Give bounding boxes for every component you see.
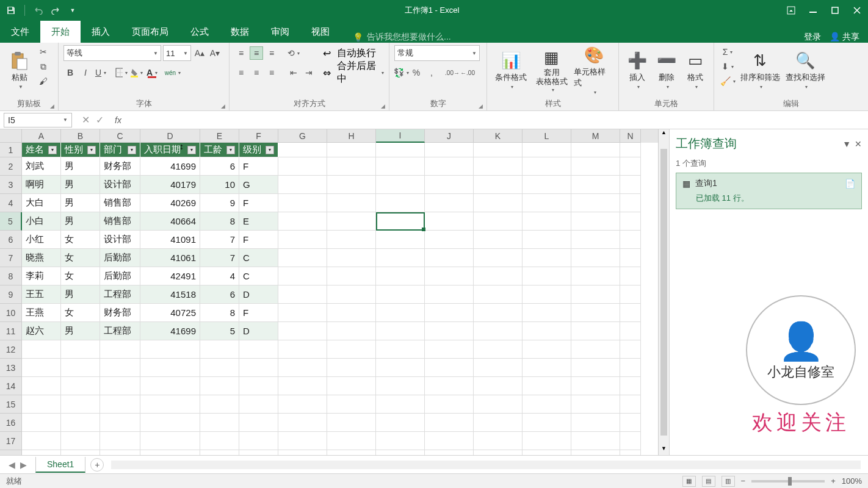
cell[interactable]	[376, 194, 425, 212]
cell[interactable]	[523, 414, 571, 432]
cell[interactable]	[474, 249, 523, 267]
panel-menu-icon[interactable]: ▼	[842, 139, 851, 149]
cell[interactable]: 40269	[140, 194, 200, 212]
column-header[interactable]: K	[474, 129, 523, 143]
cell[interactable]	[239, 450, 278, 455]
cell[interactable]: 41091	[140, 231, 200, 249]
cell[interactable]: G	[239, 176, 278, 194]
cell[interactable]	[327, 249, 376, 267]
filter-button[interactable]: ▼	[87, 146, 96, 154]
zoom-in-icon[interactable]: +	[831, 476, 836, 486]
row-header[interactable]: 8	[0, 267, 22, 285]
cell[interactable]: 入职日期▼	[140, 143, 200, 157]
cell[interactable]	[376, 176, 425, 194]
filter-button[interactable]: ▼	[187, 146, 196, 154]
cell[interactable]	[425, 414, 474, 432]
cell[interactable]	[239, 340, 278, 359]
cell[interactable]	[523, 194, 571, 212]
increase-indent-icon[interactable]: ⇥	[302, 66, 316, 79]
cell[interactable]	[376, 359, 425, 377]
undo-icon[interactable]	[32, 4, 45, 16]
cell[interactable]	[278, 285, 327, 304]
cell[interactable]: 10	[200, 176, 239, 194]
cell[interactable]: 6	[200, 157, 239, 176]
panel-close-icon[interactable]: ✕	[855, 139, 862, 149]
cell[interactable]	[278, 340, 327, 359]
tab-layout[interactable]: 页面布局	[121, 21, 179, 43]
cell[interactable]	[474, 304, 523, 322]
cell[interactable]	[327, 414, 376, 432]
cell[interactable]	[22, 395, 61, 414]
save-icon[interactable]	[5, 4, 17, 16]
cell[interactable]	[22, 359, 61, 377]
cell[interactable]	[278, 359, 327, 377]
cell[interactable]	[474, 432, 523, 450]
cell[interactable]: 6	[200, 285, 239, 304]
cell[interactable]	[620, 304, 641, 322]
tab-formulas[interactable]: 公式	[179, 21, 220, 43]
align-top-icon[interactable]: ≡	[234, 46, 248, 60]
cell[interactable]	[327, 450, 376, 455]
cell[interactable]: F	[239, 157, 278, 176]
cell[interactable]	[571, 432, 620, 450]
cell[interactable]	[620, 212, 641, 231]
cell[interactable]	[22, 414, 61, 432]
cell[interactable]	[571, 395, 620, 414]
underline-button[interactable]: U▾	[94, 66, 107, 79]
cell[interactable]	[474, 212, 523, 231]
cell[interactable]: 刘武	[22, 157, 61, 176]
column-header[interactable]: F	[239, 129, 278, 143]
cell[interactable]: 工程部	[100, 322, 140, 340]
cell[interactable]	[200, 377, 239, 395]
font-size-combo[interactable]: 11▼	[163, 45, 191, 61]
cell[interactable]: 销售部	[100, 194, 140, 212]
cell[interactable]	[620, 414, 641, 432]
cell[interactable]	[327, 322, 376, 340]
cell[interactable]	[100, 414, 140, 432]
cell[interactable]	[571, 285, 620, 304]
format-as-table-button[interactable]: ▦套用 表格格式▾	[532, 45, 571, 95]
filter-button[interactable]: ▼	[48, 146, 57, 154]
column-header[interactable]: A	[22, 129, 61, 143]
sheet-nav-prev-icon[interactable]: ◀	[9, 460, 15, 470]
zoom-level[interactable]: 100%	[842, 476, 862, 486]
cell[interactable]	[22, 450, 61, 455]
conditional-format-button[interactable]: 📊条件格式▾	[492, 45, 529, 95]
row-header[interactable]: 17	[0, 432, 22, 450]
cell[interactable]	[474, 340, 523, 359]
zoom-out-icon[interactable]: −	[741, 476, 746, 486]
cell[interactable]	[376, 267, 425, 285]
cell[interactable]	[474, 194, 523, 212]
cell[interactable]	[327, 176, 376, 194]
cell[interactable]	[474, 176, 523, 194]
cell[interactable]: 女	[61, 267, 100, 285]
cell[interactable]	[327, 212, 376, 231]
cell[interactable]	[61, 414, 100, 432]
cell[interactable]	[620, 143, 641, 157]
cell[interactable]	[239, 432, 278, 450]
row-header[interactable]: 9	[0, 285, 22, 304]
cell[interactable]	[571, 176, 620, 194]
cell[interactable]: 5	[200, 322, 239, 340]
cell[interactable]	[278, 322, 327, 340]
close-icon[interactable]	[846, 0, 868, 21]
increase-font-icon[interactable]: A▴	[193, 46, 206, 60]
font-name-combo[interactable]: 等线▼	[63, 45, 161, 61]
cell[interactable]	[376, 231, 425, 249]
cell[interactable]	[278, 395, 327, 414]
cell-styles-button[interactable]: 🎨单元格样式▾	[574, 45, 613, 95]
cell[interactable]: C	[239, 267, 278, 285]
cell[interactable]	[200, 450, 239, 455]
filter-button[interactable]: ▼	[128, 146, 136, 154]
increase-decimal-icon[interactable]: .00→	[446, 66, 459, 79]
cell[interactable]	[61, 450, 100, 455]
cell[interactable]: 男	[61, 194, 100, 212]
cell[interactable]	[200, 340, 239, 359]
cell[interactable]: 男	[61, 176, 100, 194]
cell[interactable]	[425, 395, 474, 414]
cell[interactable]	[327, 157, 376, 176]
autosum-icon[interactable]: Σ▾	[719, 45, 736, 59]
cell[interactable]	[425, 450, 474, 455]
cell[interactable]	[278, 143, 327, 157]
column-header[interactable]: E	[200, 129, 239, 143]
